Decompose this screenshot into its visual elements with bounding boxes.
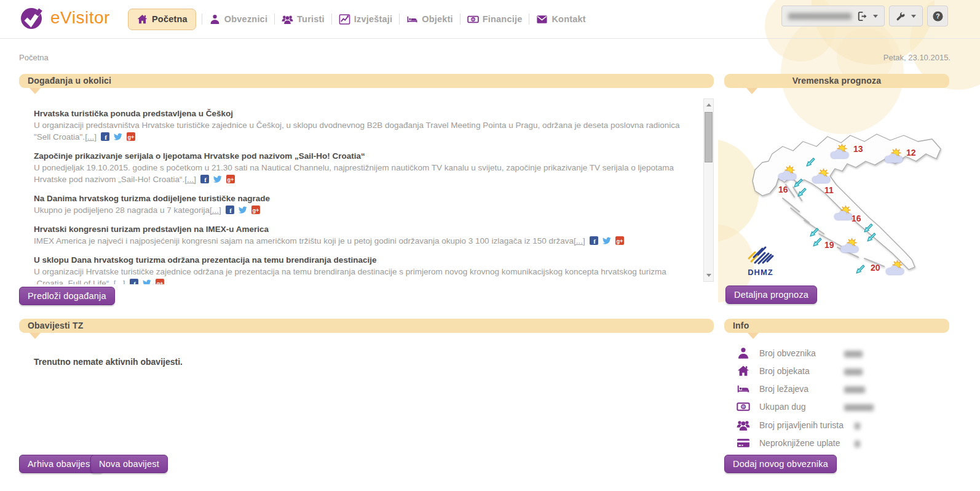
- home-icon: [136, 14, 148, 25]
- nav-label: Početna: [152, 14, 188, 24]
- scroll-up-button[interactable]: [704, 100, 713, 110]
- events-scrollbar[interactable]: [703, 98, 714, 282]
- scrollbar-thumb[interactable]: [705, 112, 713, 162]
- info-row: Broj ležajeva: [724, 382, 949, 398]
- news-item-body: Ukupno je podijeljeno 28 nagrada u 7 kat…: [34, 204, 695, 216]
- info-row: Ukupan dug: [724, 400, 949, 416]
- news-more-link[interactable]: [...]: [114, 279, 125, 284]
- bed-icon: [406, 14, 418, 25]
- news-more-link[interactable]: [...]: [210, 206, 221, 215]
- nav-item-pocetna[interactable]: Početna: [128, 9, 196, 30]
- news-more-link[interactable]: [...]: [184, 175, 196, 184]
- facebook-icon[interactable]: [226, 206, 234, 214]
- person-icon: [209, 14, 221, 25]
- wind-arrow-icon: [854, 263, 866, 276]
- info-value-blurred: [844, 386, 865, 393]
- facebook-icon[interactable]: [130, 279, 138, 284]
- news-item-body: U organizaciji Hrvatske turističke zajed…: [34, 266, 695, 284]
- temperature-label: 11: [824, 185, 834, 195]
- nav-label: Objekti: [422, 14, 453, 24]
- bed-icon: [737, 382, 750, 396]
- dhmz-logo: DHMZ: [741, 244, 780, 277]
- news-item: Započinje prikazivanje serijala o ljepot…: [34, 150, 695, 185]
- sun-cloud-icon: [829, 143, 851, 159]
- info-row: Broj prijavljenih turista: [724, 418, 949, 434]
- info-panel-pointer: [748, 333, 759, 339]
- breadcrumb: Početna: [19, 53, 49, 62]
- scroll-down-button[interactable]: [704, 271, 713, 280]
- temperature-label: 16: [778, 185, 788, 194]
- twitter-icon[interactable]: [603, 236, 611, 245]
- evisitor-logo[interactable]: eVisitor: [18, 4, 110, 31]
- news-item: Hrvatska turistička ponuda predstavljena…: [34, 108, 695, 143]
- info-value-blurred: [855, 441, 860, 447]
- news-item-title: Započinje prikazivanje serijala o ljepot…: [34, 150, 695, 162]
- info-row-label: Neproknjižene uplate: [759, 438, 840, 448]
- info-row-label: Ukupan dug: [759, 402, 806, 412]
- logo-check-icon: [18, 4, 45, 31]
- banknote-icon: [737, 400, 750, 413]
- facebook-icon[interactable]: [101, 132, 109, 141]
- sun-cloud-icon: [884, 260, 906, 276]
- facebook-icon[interactable]: [590, 236, 598, 245]
- user-menu-button[interactable]: [781, 6, 885, 26]
- nav-item-financije[interactable]: Financije: [466, 14, 524, 25]
- people-icon: [282, 14, 293, 25]
- info-panel-header: Info: [724, 319, 949, 333]
- current-date-label: Petak, 23.10.2015.: [883, 53, 950, 62]
- facebook-icon[interactable]: [200, 175, 209, 183]
- weather-map: 13 12 16 11 16 19 20: [724, 92, 949, 283]
- googleplus-icon[interactable]: [156, 279, 164, 284]
- twitter-icon[interactable]: [213, 175, 222, 183]
- tools-menu-button[interactable]: [889, 6, 923, 26]
- googleplus-icon[interactable]: [251, 206, 260, 214]
- news-item-body: U organizaciji predstavništva Hrvatske t…: [34, 119, 695, 143]
- logout-icon: [856, 10, 868, 22]
- nav-item-objekti[interactable]: Objekti: [405, 14, 454, 25]
- wind-arrow-icon: [804, 156, 816, 169]
- googleplus-icon[interactable]: [615, 236, 624, 245]
- chevron-down-icon: [911, 15, 916, 18]
- detailed-forecast-button[interactable]: Detaljna prognoza: [725, 285, 817, 304]
- header-divider: [0, 38, 980, 39]
- news-more-link[interactable]: [...]: [574, 236, 585, 246]
- people-icon: [737, 418, 750, 432]
- news-item-text: Ukupno je podijeljeno 28 nagrada u 7 kat…: [34, 206, 210, 215]
- nav-item-izvjestaji[interactable]: Izvještaji: [338, 14, 393, 25]
- news-item-text: U ponedjeljak 19.10.2015. godine s počet…: [34, 163, 674, 184]
- sun-cloud-icon: [883, 148, 905, 164]
- topbar-controls: ?: [781, 6, 948, 26]
- temperature-label: 13: [853, 144, 863, 154]
- help-button[interactable]: ?: [927, 6, 948, 26]
- news-more-link[interactable]: [...]: [85, 132, 97, 142]
- twitter-icon[interactable]: [143, 279, 151, 284]
- main-nav: Početna Obveznici Turisti Izvještaji: [128, 6, 587, 33]
- info-row-label: Broj obveznika: [759, 348, 816, 358]
- sun-cloud-icon: [810, 168, 832, 184]
- nav-item-turisti[interactable]: Turisti: [280, 14, 326, 25]
- nav-item-kontakt[interactable]: Kontakt: [535, 14, 587, 25]
- add-new-obligor-button[interactable]: Dodaj novog obveznika: [724, 455, 837, 473]
- info-row: Broj obveznika: [724, 346, 949, 362]
- nav-item-obveznici[interactable]: Obveznici: [208, 14, 269, 25]
- nav-separator: [331, 14, 332, 25]
- twitter-icon[interactable]: [239, 206, 247, 214]
- suggest-events-button[interactable]: Predloži događanja: [19, 287, 115, 305]
- info-row-label: Broj ležajeva: [759, 384, 808, 394]
- evisitor-home-page: eVisitor Početna Obveznici Turisti: [0, 0, 980, 491]
- info-row: Broj objekata: [724, 364, 949, 380]
- googleplus-icon[interactable]: [127, 132, 135, 141]
- googleplus-icon[interactable]: [226, 175, 235, 183]
- info-value-blurred: [844, 351, 863, 357]
- envelope-icon: [536, 14, 548, 25]
- new-notice-button[interactable]: Nova obavijest: [90, 455, 168, 473]
- wrench-icon: [896, 11, 906, 22]
- notices-empty-message: Trenutno nemate aktivnih obavijesti.: [34, 357, 183, 367]
- news-item-body: IMEX America je najveći i najposjećeniji…: [34, 235, 695, 247]
- news-item-body: U ponedjeljak 19.10.2015. godine s počet…: [34, 162, 695, 185]
- wind-arrow-icon: [865, 231, 877, 244]
- top-header: eVisitor Početna Obveznici Turisti: [0, 0, 980, 38]
- nav-label: Kontakt: [551, 14, 585, 24]
- twitter-icon[interactable]: [114, 132, 122, 141]
- news-item-title: Na Danima hrvatskog turizma dodijeljene …: [34, 193, 695, 204]
